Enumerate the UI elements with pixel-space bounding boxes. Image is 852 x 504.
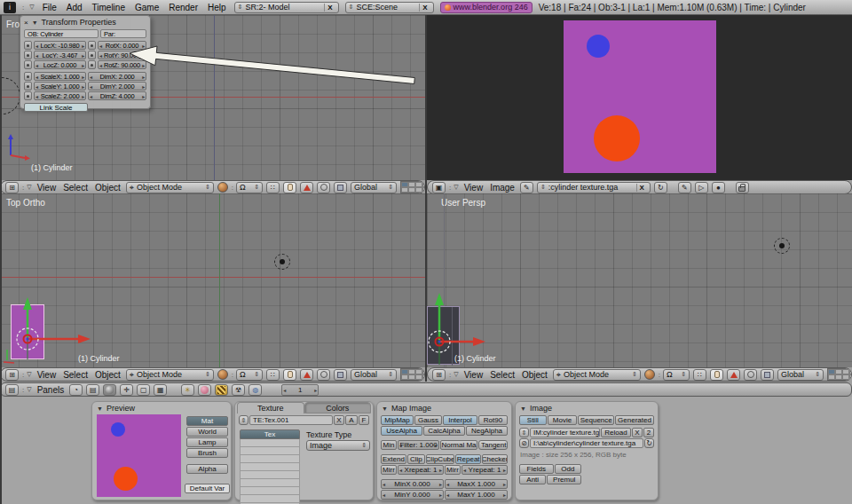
- lock-icon[interactable]: [88, 41, 96, 50]
- alpha-button[interactable]: Alpha: [186, 464, 228, 474]
- tab-texture[interactable]: Texture: [237, 402, 304, 413]
- mode-dropdown[interactable]: ⌖ Object Mode ⇕: [126, 182, 214, 193]
- screen-selector[interactable]: ⇕ SR:2- Model X: [234, 2, 339, 13]
- min-button[interactable]: Min: [381, 440, 397, 450]
- close-icon[interactable]: X: [419, 4, 430, 12]
- orientation-dropdown[interactable]: Global ⇕: [351, 369, 397, 381]
- unlink-image-button[interactable]: X: [632, 428, 643, 437]
- texture-type-dropdown[interactable]: Image ⇕: [306, 440, 370, 451]
- auto-name-icon[interactable]: A: [345, 415, 358, 425]
- lock-icon[interactable]: [24, 41, 32, 50]
- texture-datablock-name[interactable]: TE:Tex.001: [249, 415, 333, 425]
- editor-type-icon[interactable]: ▣: [432, 182, 446, 193]
- gauss-button[interactable]: Gauss: [414, 415, 442, 425]
- snap-icon[interactable]: ∷: [266, 182, 280, 193]
- browse-texture-icon[interactable]: ⇕: [239, 415, 248, 425]
- panels-menu[interactable]: Panels: [36, 385, 67, 395]
- preview-lamp-button[interactable]: Lamp: [186, 437, 228, 447]
- menu-collapse-icon[interactable]: ▽: [454, 371, 458, 378]
- rotate-manipulator-icon[interactable]: [744, 369, 757, 381]
- close-icon[interactable]: ×: [24, 19, 28, 27]
- generated-tab[interactable]: Generated: [615, 415, 654, 425]
- texture-subcontext-icon[interactable]: [215, 384, 228, 396]
- locz-field[interactable]: LocZ: 0.000: [34, 60, 86, 69]
- view-menu[interactable]: View: [36, 183, 59, 193]
- lock-icon[interactable]: [24, 82, 32, 91]
- image-menu[interactable]: Image: [488, 183, 517, 193]
- layer-buttons-a[interactable]: [400, 181, 425, 193]
- usealpha-button[interactable]: UseAlpha: [381, 426, 422, 436]
- menu-collapse-icon[interactable]: ▽: [29, 4, 34, 11]
- translate-manipulator-icon[interactable]: [727, 369, 740, 381]
- movie-tab[interactable]: Movie: [548, 415, 578, 425]
- users-count-button[interactable]: 2: [643, 428, 654, 437]
- mirr-x-button[interactable]: Mirr: [381, 465, 397, 475]
- maxx-field[interactable]: MaxX 1.000: [445, 479, 508, 489]
- lock-icon[interactable]: [88, 51, 96, 59]
- scale-manipulator-icon[interactable]: [334, 182, 347, 193]
- scalex-field[interactable]: ScaleX: 1.000: [34, 72, 86, 81]
- browse-image-icon[interactable]: ⇕: [519, 428, 529, 437]
- tab-colors[interactable]: Colors: [304, 402, 372, 413]
- interpol-button[interactable]: Interpol: [443, 415, 477, 425]
- checker-button[interactable]: Checker: [482, 454, 508, 464]
- panel-collapse-icon[interactable]: ▼: [32, 20, 38, 26]
- viewport-user[interactable]: User Persp (1) Cylinder: [427, 193, 852, 367]
- viewport-top[interactable]: Top Ortho (1) Cylinder: [0, 193, 425, 367]
- lock-icon[interactable]: [24, 72, 32, 81]
- tangent-dropdown[interactable]: Tangent⇕: [478, 440, 508, 450]
- default-var-button[interactable]: Default Var: [185, 484, 230, 493]
- scene-selector[interactable]: ⇕ SCE:Scene X: [345, 2, 434, 13]
- view-menu[interactable]: View: [36, 370, 59, 380]
- maxy-field[interactable]: MaxY 1.000: [445, 490, 508, 500]
- calcalpha-button[interactable]: CalcAlpha: [423, 426, 465, 436]
- panel-collapse-icon[interactable]: ▼: [97, 406, 103, 412]
- rotate-manipulator-icon[interactable]: [317, 182, 330, 193]
- lock-icon[interactable]: [24, 51, 32, 59]
- extend-button[interactable]: Extend: [381, 454, 406, 464]
- timeline-menu[interactable]: Timeline: [91, 3, 127, 12]
- dimz-field[interactable]: DimZ: 4.000: [88, 91, 146, 100]
- scaley-field[interactable]: ScaleY: 1.000: [34, 82, 86, 91]
- scale-manipulator-icon[interactable]: [334, 369, 347, 381]
- layer-buttons-a[interactable]: [827, 368, 852, 381]
- rotz-field[interactable]: RotZ: 90.000: [98, 60, 146, 69]
- preview-brush-button[interactable]: Brush: [186, 448, 228, 458]
- header-drag-icon[interactable]: :: [449, 184, 450, 192]
- lock-icon[interactable]: [24, 91, 32, 100]
- texture-slot-active[interactable]: Tex: [240, 429, 300, 439]
- refresh-icon[interactable]: ↻: [654, 182, 667, 193]
- rot90-button[interactable]: Rot90: [478, 415, 508, 425]
- manipulator-hand-icon[interactable]: [283, 182, 296, 193]
- script-context-icon[interactable]: ▤: [86, 384, 99, 396]
- preview-mat-button[interactable]: Mat: [186, 416, 228, 426]
- draw-type-icon[interactable]: [644, 369, 655, 380]
- parent-field[interactable]: Par:: [100, 29, 146, 38]
- preview-world-button[interactable]: World: [186, 427, 228, 437]
- dimx-field[interactable]: DimX: 2.000: [88, 72, 146, 81]
- translate-manipulator-icon[interactable]: [300, 369, 313, 381]
- locy-field[interactable]: LocY: -3.467: [34, 51, 86, 59]
- lock-icon[interactable]: [736, 182, 749, 193]
- negalpha-button[interactable]: NegAlpha: [466, 426, 508, 436]
- logic-context-icon[interactable]: ◔: [69, 384, 83, 396]
- clip-button[interactable]: Clip: [407, 454, 425, 464]
- file-browse-icon[interactable]: ⊘: [519, 438, 529, 448]
- panel-collapse-icon[interactable]: ▼: [382, 406, 388, 412]
- draw-type-icon[interactable]: [217, 182, 228, 193]
- scene-context-icon[interactable]: ▦: [154, 384, 167, 396]
- lamp-widget[interactable]: [0, 77, 20, 114]
- game-menu[interactable]: Game: [133, 3, 161, 12]
- normal-map-button[interactable]: Normal Ma: [440, 440, 477, 450]
- select-menu[interactable]: Select: [488, 370, 517, 380]
- link-scale-button[interactable]: Link Scale: [24, 103, 88, 112]
- header-drag-icon[interactable]: :: [449, 371, 450, 379]
- panel-collapse-icon[interactable]: ▼: [520, 406, 526, 412]
- manipulator-hand-icon[interactable]: [283, 369, 296, 381]
- rotate-manipulator-icon[interactable]: [317, 369, 330, 381]
- mipmap-button[interactable]: MipMap: [381, 415, 414, 425]
- editor-type-icon[interactable]: ▤: [5, 384, 19, 396]
- fake-user-button[interactable]: F: [359, 415, 369, 425]
- viewport-divider[interactable]: [425, 15, 427, 382]
- buttons-page-field[interactable]: 1: [281, 384, 319, 396]
